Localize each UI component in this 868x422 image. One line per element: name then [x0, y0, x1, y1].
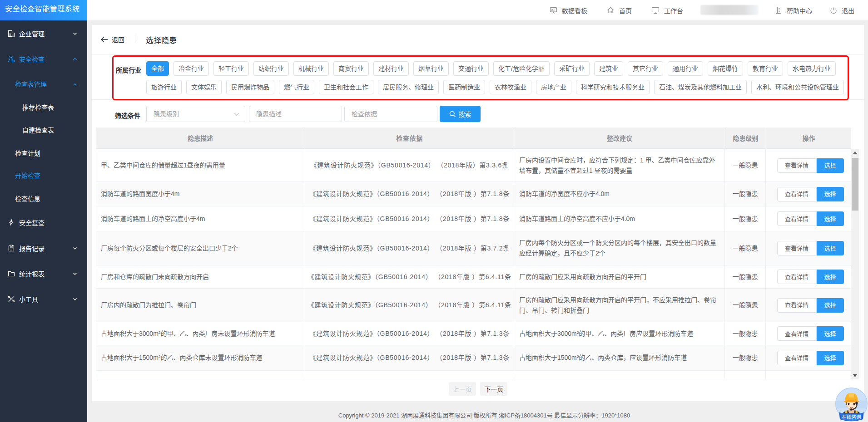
svg-text:在线咨询: 在线咨询: [842, 414, 861, 420]
